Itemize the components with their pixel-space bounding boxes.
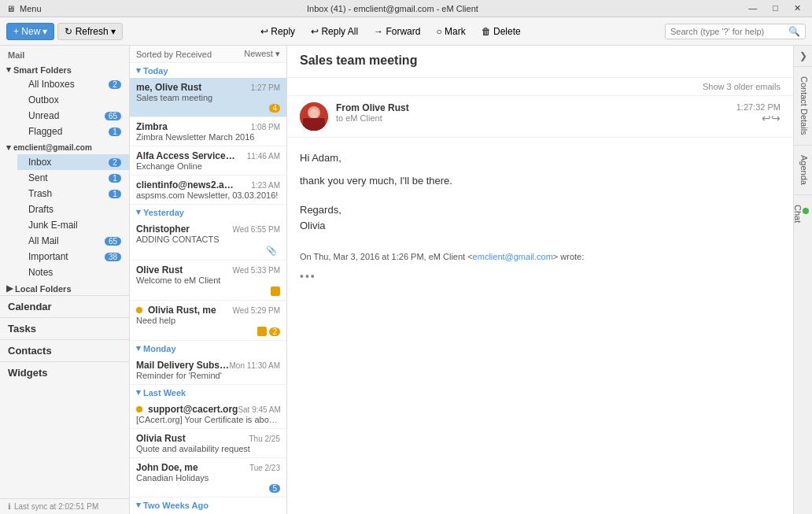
unread-indicator — [271, 287, 280, 296]
sidebar-item-calendar[interactable]: Calendar — [0, 295, 129, 317]
drafts-label: Drafts — [28, 204, 121, 215]
title-bar-left: 🖥 Menu — [6, 4, 42, 13]
email-greeting: Hi Adam, — [300, 150, 781, 167]
minimize-button[interactable]: — — [744, 3, 762, 13]
reply-all-button[interactable]: ↩ Reply All — [304, 24, 364, 39]
sidebar-item-all-inboxes[interactable]: All Inboxes 2 — [17, 76, 129, 92]
email-item[interactable]: Olivia Rust Thu 2/25 Quote and availabil… — [130, 429, 286, 458]
email-item[interactable]: Mail Delivery Subsystem Mon 11:30 AM Rem… — [130, 356, 286, 385]
email-quote: On Thu, Mar 3, 2016 at 1:26 PM, eM Clien… — [300, 250, 781, 264]
email-subject: Quote and availability request — [136, 444, 280, 453]
chevron-down-icon: ▾ — [136, 343, 141, 353]
sidebar-item-notes[interactable]: Notes — [17, 264, 129, 280]
group-yesterday-label: Yesterday — [143, 208, 184, 217]
sidebar: Mail ▾ Smart Folders All Inboxes 2 Outbo… — [0, 46, 130, 514]
chat-panel[interactable]: Chat — [794, 194, 812, 232]
group-monday-label: Monday — [143, 344, 176, 353]
sidebar-item-trash[interactable]: Trash 1 — [17, 186, 129, 202]
close-button[interactable]: ✕ — [789, 3, 806, 13]
contact-details-panel[interactable]: Contact Details — [794, 66, 812, 145]
show-older-button[interactable]: Show 3 older emails — [703, 82, 781, 91]
search-box[interactable]: 🔍 — [665, 24, 806, 39]
menu-label[interactable]: Menu — [20, 4, 42, 13]
email-subject: [CAcert.org] Your Certificate is about t… — [136, 415, 280, 424]
quote-email-link[interactable]: emclient@gmail.com — [473, 252, 553, 261]
toolbar: + New ▾ ↻ Refresh ▾ ↩ Reply ↩ Reply All … — [0, 17, 812, 46]
panel-toggle-button[interactable]: ❯ — [795, 46, 812, 66]
email-item[interactable]: Alfa Access Services Ltd 11:46 AM Exchan… — [130, 146, 286, 176]
smart-folders-header[interactable]: ▾ Smart Folders — [0, 61, 129, 76]
sidebar-item-important[interactable]: Important 38 — [17, 249, 129, 264]
email-subject: Exchange Online — [136, 161, 280, 171]
group-monday: ▾ Monday — [130, 341, 286, 356]
group-two-weeks: ▾ Two Weeks Ago — [130, 497, 286, 512]
email-from: From Olive Rust — [336, 102, 729, 113]
group-today: ▾ Today — [130, 63, 286, 78]
email-time: 1:08 PM — [251, 123, 280, 131]
email-item[interactable]: clientinfo@news2.aspsms.com 1:23 AM asps… — [130, 176, 286, 205]
search-input[interactable] — [670, 27, 788, 36]
email-line1: thank you very much, I'll be there. — [300, 173, 781, 190]
trash-label: Trash — [28, 188, 109, 199]
sidebar-item-widgets[interactable]: Widgets — [0, 361, 129, 383]
agenda-panel[interactable]: Agenda — [794, 145, 812, 194]
new-button[interactable]: + New ▾ — [6, 23, 54, 40]
sort-order[interactable]: Newest ▾ — [244, 49, 280, 59]
chevron-down-icon: ▾ — [6, 65, 11, 75]
account-header[interactable]: ▾ emclient@gmail.com — [0, 139, 129, 154]
email-sender: Mail Delivery Subsystem — [136, 360, 230, 371]
group-two-weeks-label: Two Weeks Ago — [143, 501, 209, 510]
unread-indicator — [257, 327, 267, 336]
refresh-button[interactable]: ↻ Refresh ▾ — [57, 23, 122, 40]
unread-label: Unread — [28, 110, 105, 121]
email-to: to eM Client — [336, 113, 729, 123]
email-content: Sales team meeting Show 3 older emails F… — [287, 46, 793, 514]
email-sender: me, Olive Rust — [136, 82, 201, 93]
group-last-week-label: Last Week — [143, 388, 186, 398]
email-list-header: Sorted by Received Newest ▾ — [130, 46, 286, 63]
email-sender: John Doe, me — [136, 462, 198, 473]
forward-button[interactable]: → Forward — [367, 24, 426, 39]
sidebar-item-all-mail[interactable]: All Mail 65 — [17, 233, 129, 249]
email-item[interactable]: John Doe, me Tue 2/23 Canadian Holidays … — [130, 458, 286, 497]
important-label: Important — [28, 251, 105, 262]
email-subject: Need help — [136, 316, 280, 325]
email-time: Wed 5:29 PM — [233, 306, 280, 315]
email-subject: Sales team meeting — [136, 93, 280, 102]
restore-button[interactable]: □ — [768, 3, 783, 13]
sidebar-item-tasks[interactable]: Tasks — [0, 317, 129, 339]
email-item[interactable]: support@cacert.org Sat 9:45 AM [CAcert.o… — [130, 400, 286, 429]
chevron-right-icon: ▶ — [6, 283, 13, 294]
sidebar-item-drafts[interactable]: Drafts — [17, 202, 129, 217]
sidebar-item-inbox[interactable]: Inbox 2 — [17, 154, 129, 170]
email-content-header: Sales team meeting — [287, 46, 793, 78]
email-item[interactable]: me, Olive Rust 1:27 PM Sales team meetin… — [130, 78, 286, 117]
email-subject: ADDING CONTACTS — [136, 235, 280, 244]
email-item[interactable]: Olive Rust Wed 5:33 PM Welcome to eM Cli… — [130, 261, 286, 301]
sidebar-item-contacts[interactable]: Contacts — [0, 339, 129, 361]
sync-status-label: Last sync at 2:02:51 PM — [14, 502, 98, 511]
refresh-label: ↻ Refresh — [65, 26, 108, 37]
email-item[interactable]: Zimbra 1:08 PM Zimbra Newsletter March 2… — [130, 117, 286, 146]
sidebar-item-unread[interactable]: Unread 65 — [17, 108, 129, 124]
group-yesterday: ▾ Yesterday — [130, 205, 286, 220]
sidebar-item-outbox[interactable]: Outbox — [17, 92, 129, 108]
sidebar-item-junk[interactable]: Junk E-mail — [17, 217, 129, 233]
sync-status: ℹ Last sync at 2:02:51 PM — [0, 498, 129, 514]
new-dropdown-icon: ▾ — [42, 26, 47, 37]
email-item[interactable]: Christopher Wed 6:55 PM ADDING CONTACTS … — [130, 220, 286, 261]
local-folders-header[interactable]: ▶ Local Folders — [0, 280, 129, 295]
email-subject: Canadian Holidays — [136, 473, 280, 483]
chevron-down-icon: ▾ — [136, 387, 141, 398]
quote-intro: On Thu, Mar 3, 2016 at 1:26 PM, eM Clien… — [300, 252, 473, 261]
sidebar-item-flagged[interactable]: Flagged 1 — [17, 124, 129, 139]
reply-button[interactable]: ↩ Reply — [254, 24, 301, 39]
mark-button[interactable]: ○ Mark — [430, 24, 471, 39]
new-label: + New — [13, 26, 40, 37]
delete-button[interactable]: 🗑 Delete — [475, 24, 527, 39]
email-body: Hi Adam, thank you very much, I'll be th… — [287, 138, 793, 514]
email-time: Sat 9:45 AM — [238, 405, 280, 414]
sidebar-item-sent[interactable]: Sent 1 — [17, 170, 129, 186]
email-item[interactable]: Olivia Rust, me Wed 5:29 PM Need help 2 — [130, 301, 286, 341]
all-mail-badge: 65 — [105, 237, 121, 246]
